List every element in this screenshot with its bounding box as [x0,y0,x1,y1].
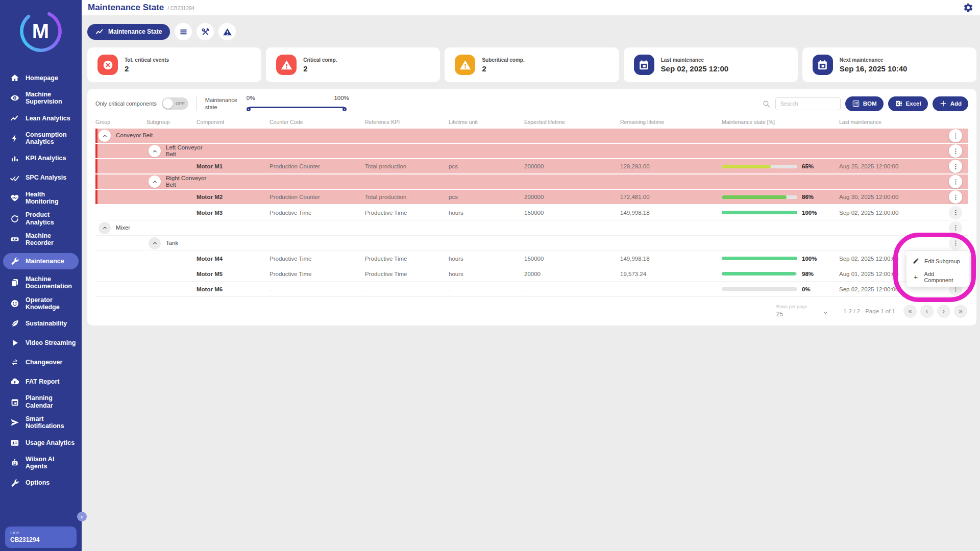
next-page-button[interactable]: › [937,305,950,318]
play-icon [10,338,19,347]
idcard-icon [10,438,19,447]
sidebar-item-spc-analysis[interactable]: SPC Analysis [3,171,79,185]
first-page-button[interactable]: « [903,305,917,318]
sidebar-item-health-monitoring[interactable]: Health Monitoring [3,191,79,206]
collapse-chevron-icon[interactable] [99,222,111,234]
slider-track[interactable] [249,107,344,108]
sidebar-item-label: KPI Analytics [26,155,66,162]
sidebar-item-usage-analytics[interactable]: Usage Analytics [3,436,79,449]
tools-button[interactable] [197,23,214,40]
gear-icon[interactable] [963,3,973,13]
bom-button[interactable]: BOM [845,96,884,111]
sidebar-item-planning-calendar[interactable]: Planning Calendar [3,394,79,409]
leaf-icon [10,319,19,328]
row-menu-button[interactable] [949,190,962,204]
component-row-motor-m3[interactable]: Motor M3Productive TimeProductive Timeho… [95,205,968,220]
sidebar-item-operator-knowledge[interactable]: Operator Knowledge [3,296,79,311]
row-menu-button[interactable] [949,206,962,219]
collapse-chevron-icon[interactable] [149,176,161,188]
menu-item-add-component[interactable]: +Add Component [906,269,969,285]
sidebar-item-fat-report[interactable]: FAT Report [3,375,79,388]
cell-last-maintenance: Sep 02, 2025 12:00:00 [839,210,943,216]
sidebar-item-sustainability[interactable]: Sustainability [3,317,79,330]
app-logo[interactable]: M [17,7,65,55]
cell-lifetime-unit: - [449,286,524,292]
sidebar-item-machine-supervision[interactable]: Machine Supervision [3,91,79,106]
sidebar-item-maintenance[interactable]: Maintenance [3,253,79,269]
kpi-label: Tot. critical events [125,57,169,63]
component-row-motor-m5[interactable]: Motor M5Productive TimeProductive Timeho… [95,266,968,282]
sidebar-item-video-streaming[interactable]: Video Streaming [3,336,79,349]
row-menu-button[interactable] [949,129,962,142]
excel-button[interactable]: Excel [888,96,928,111]
prev-page-button[interactable]: ‹ [920,305,934,318]
sidebar-item-changeover[interactable]: Changeover [3,356,79,369]
toolbar: Maintenance State [87,23,976,40]
sidebar-item-options[interactable]: Options [3,477,79,490]
component-row-motor-m1[interactable]: Motor M1Production CounterTotal producti… [95,159,968,174]
collapse-chevron-icon[interactable] [99,130,111,142]
sidebar-item-machine-recorder[interactable]: Machine Recorder [3,232,79,247]
only-critical-toggle[interactable]: OFF [162,97,188,110]
sidebar-item-label: Sustainability [26,320,67,327]
subgroup-row-left-conveyor-belt[interactable]: Left Conveyor Belt [95,144,968,159]
kpi-cards: Tot. critical events2Critical comp.2Subc… [87,47,976,82]
sidebar-item-machine-documentation[interactable]: Machine Documentation [3,276,79,290]
chevron-down-icon[interactable] [822,309,829,318]
calendar-icon [10,397,19,407]
cell-expected-lifetime: 20000 [524,271,620,277]
sidebar-item-smart-notifications[interactable]: Smart Notifications [3,415,79,430]
slider-handle-min[interactable] [247,107,251,111]
component-row-motor-m2[interactable]: Motor M2Production CounterTotal producti… [95,190,968,205]
hamburger-button[interactable] [175,23,192,40]
row-menu-button[interactable] [949,160,962,173]
sidebar-item-product-analytics[interactable]: Product Analytics [3,211,79,226]
bom-icon [852,99,860,108]
sidebar-item-wilson-ai-agents[interactable]: Wilson AI Agents [3,456,79,470]
cell-reference-kpi: Total production [365,163,449,169]
sidebar-item-homepage[interactable]: Homepage [3,71,79,85]
wrench-icon [10,257,19,266]
sidebar-item-lean-analytics[interactable]: Lean Analytics [3,112,79,125]
row-menu-button[interactable] [949,237,962,250]
rows-per-page[interactable]: Rows per page 25 [776,304,829,318]
group-row-mixer[interactable]: Mixer [95,220,968,236]
cell-last-maintenance: Sep 02, 2025 12:00:00 [839,286,943,292]
warn-icon [276,55,297,75]
progress-bar [722,272,797,276]
group-row-conveyor-belt[interactable]: Conveyor Belt [95,129,968,144]
component-row-motor-m6[interactable]: Motor M6-----0%Sep 02, 2025 12:00:00 [95,282,968,297]
cell-expected-lifetime: 200000 [524,194,620,200]
search-input[interactable] [775,97,841,110]
add-button[interactable]: Add [933,96,968,111]
column-header-lifetime-unit: Lifetime unit [449,119,524,125]
warning-button[interactable] [218,23,236,40]
cell-reference-kpi: Productive Time [365,256,449,262]
menu-item-edit-subgroup[interactable]: Edit Subgroup [906,253,969,269]
sidebar-item-consumption-analytics[interactable]: Consumption Analytics [3,131,79,146]
wrench-icon [10,479,19,488]
topbar: Maintenance State / CB231294 [82,0,980,15]
cell-component: Motor M1 [197,163,270,169]
row-menu-button[interactable] [949,221,962,235]
row-menu-button[interactable] [949,175,962,188]
row-menu-button[interactable] [949,144,962,158]
tab-maintenance-state[interactable]: Maintenance State [87,24,170,40]
collapse-chevron-icon[interactable] [149,237,161,249]
sidebar-collapse-button[interactable]: ‹ [77,512,87,521]
collapse-chevron-icon[interactable] [149,145,161,157]
subgroup-row-right-conveyor-belt[interactable]: Right Conveyor Belt [95,174,968,190]
cell-remaining-lifetime: - [620,286,722,292]
sidebar-item-label: Options [26,479,50,486]
last-page-button[interactable]: » [954,305,967,318]
slider-handle-max[interactable] [342,107,347,111]
column-header-remaining-lifetime: Remaining lifetime [620,119,722,125]
sidebar-item-label: Smart Notifications [26,415,77,430]
page-range-label: 1-2 / 2 - Page 1 of 1 [843,308,895,314]
column-header-expected-lifetime: Expected lifetime [524,119,620,125]
line-selector[interactable]: Line CB231294 [5,527,77,548]
component-row-motor-m4[interactable]: Motor M4Productive TimeProductive Timeho… [95,251,968,266]
sidebar-item-kpi-analytics[interactable]: KPI Analytics [3,152,79,165]
sidebar-item-label: Planning Calendar [26,394,77,409]
subgroup-row-tank[interactable]: Tank [95,236,968,251]
